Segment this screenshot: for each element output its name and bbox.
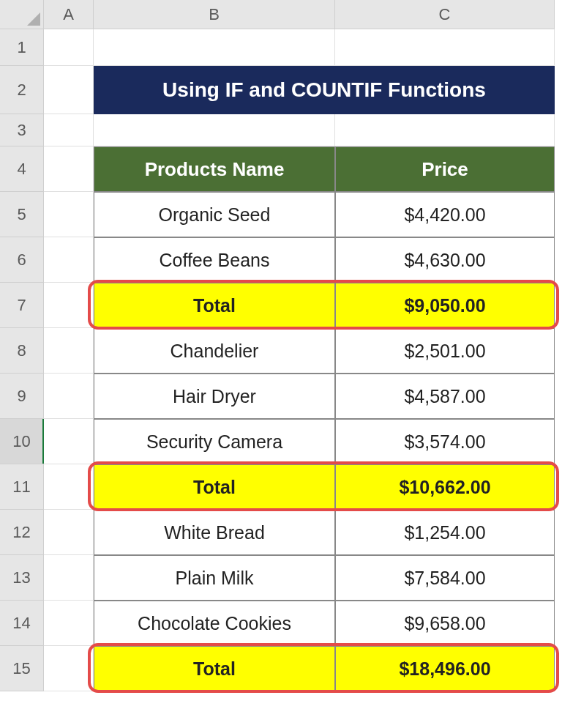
row-header-12[interactable]: 12 xyxy=(0,510,44,555)
row-header-10[interactable]: 10 xyxy=(0,419,44,464)
cell-c1[interactable] xyxy=(335,29,555,66)
cell-a9[interactable] xyxy=(44,374,94,419)
cell-a1[interactable] xyxy=(44,29,94,66)
product-name-cell[interactable]: Plain Milk xyxy=(94,555,335,601)
row-header-4[interactable]: 4 xyxy=(0,146,44,192)
cell-a7[interactable] xyxy=(44,283,94,328)
price-cell[interactable]: $1,254.00 xyxy=(335,510,555,555)
cell-a10[interactable] xyxy=(44,419,94,464)
row-header-9[interactable]: 9 xyxy=(0,374,44,419)
product-name-cell[interactable]: Hair Dryer xyxy=(94,374,335,419)
row-header-8[interactable]: 8 xyxy=(0,328,44,374)
cell-b3[interactable] xyxy=(94,114,335,146)
price-cell[interactable]: $4,587.00 xyxy=(335,374,555,419)
row-header-13[interactable]: 13 xyxy=(0,555,44,601)
cell-a3[interactable] xyxy=(44,114,94,146)
row-headers: 123456789101112131415 xyxy=(0,29,44,691)
product-name-cell[interactable]: Chandelier xyxy=(94,328,335,374)
row-header-14[interactable]: 14 xyxy=(0,601,44,646)
cell-c3[interactable] xyxy=(335,114,555,146)
product-name-cell[interactable]: Chocolate Cookies xyxy=(94,601,335,646)
cell-a8[interactable] xyxy=(44,328,94,374)
row-header-6[interactable]: 6 xyxy=(0,237,44,283)
total-price[interactable]: $10,662.00 xyxy=(335,464,555,510)
cell-b1[interactable] xyxy=(94,29,335,66)
price-cell[interactable]: $7,584.00 xyxy=(335,555,555,601)
header-products-name[interactable]: Products Name xyxy=(94,146,335,192)
cell-a6[interactable] xyxy=(44,237,94,283)
cell-a13[interactable] xyxy=(44,555,94,601)
grid: Using IF and COUNTIF FunctionsProducts N… xyxy=(44,29,555,691)
total-label[interactable]: Total xyxy=(94,646,335,691)
cell-a15[interactable] xyxy=(44,646,94,691)
cell-a4[interactable] xyxy=(44,146,94,192)
price-cell[interactable]: $3,574.00 xyxy=(335,419,555,464)
row-header-3[interactable]: 3 xyxy=(0,114,44,146)
cell-a12[interactable] xyxy=(44,510,94,555)
col-header-c[interactable]: C xyxy=(335,0,555,29)
price-cell[interactable]: $4,630.00 xyxy=(335,237,555,283)
price-cell[interactable]: $2,501.00 xyxy=(335,328,555,374)
select-all-corner[interactable] xyxy=(0,0,44,29)
row-header-2[interactable]: 2 xyxy=(0,66,44,114)
product-name-cell[interactable]: Security Camera xyxy=(94,419,335,464)
cell-a11[interactable] xyxy=(44,464,94,510)
cell-a14[interactable] xyxy=(44,601,94,646)
total-label[interactable]: Total xyxy=(94,464,335,510)
column-headers: A B C xyxy=(44,0,562,29)
product-name-cell[interactable]: White Bread xyxy=(94,510,335,555)
price-cell[interactable]: $9,658.00 xyxy=(335,601,555,646)
header-price[interactable]: Price xyxy=(335,146,555,192)
product-name-cell[interactable]: Coffee Beans xyxy=(94,237,335,283)
cell-a2[interactable] xyxy=(44,66,94,114)
title-cell[interactable]: Using IF and COUNTIF Functions xyxy=(94,66,555,114)
row-header-7[interactable]: 7 xyxy=(0,283,44,328)
total-price[interactable]: $18,496.00 xyxy=(335,646,555,691)
total-price[interactable]: $9,050.00 xyxy=(335,283,555,328)
row-header-5[interactable]: 5 xyxy=(0,192,44,237)
col-header-a[interactable]: A xyxy=(44,0,94,29)
row-header-11[interactable]: 11 xyxy=(0,464,44,510)
row-header-15[interactable]: 15 xyxy=(0,646,44,691)
col-header-b[interactable]: B xyxy=(94,0,335,29)
product-name-cell[interactable]: Organic Seed xyxy=(94,192,335,237)
price-cell[interactable]: $4,420.00 xyxy=(335,192,555,237)
row-header-1[interactable]: 1 xyxy=(0,29,44,66)
total-label[interactable]: Total xyxy=(94,283,335,328)
cell-a5[interactable] xyxy=(44,192,94,237)
